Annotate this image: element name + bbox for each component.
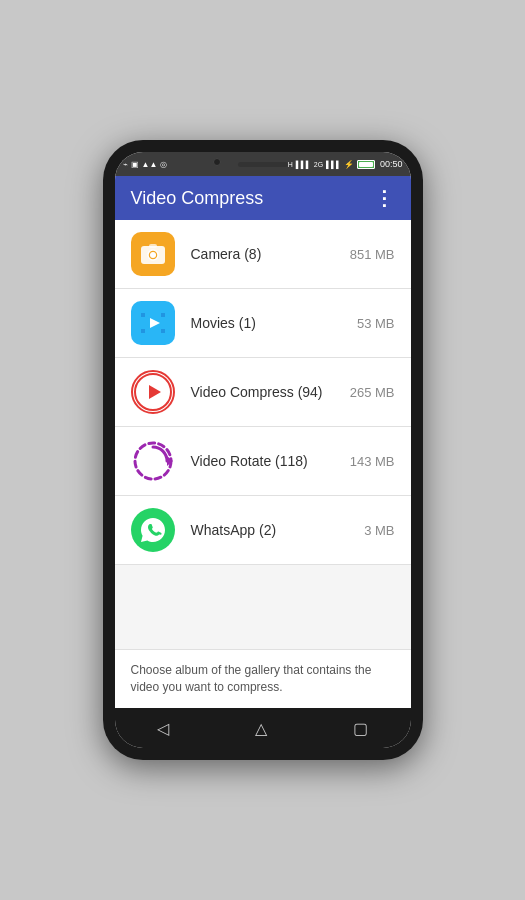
movies-icon [131, 301, 175, 345]
svg-rect-3 [149, 244, 157, 248]
wifi-icon: ▲▲ [142, 160, 158, 169]
whatsapp-svg [131, 508, 175, 552]
album-list: Camera (8) 851 MB Movies [115, 220, 411, 649]
whatsapp-icon [131, 508, 175, 552]
usb-icon: ⌁ [123, 160, 128, 169]
hint-text: Choose album of the gallery that contain… [131, 663, 372, 694]
network-h-icon: H [288, 161, 293, 168]
camera-size: 851 MB [350, 247, 395, 262]
videorotate-name: Video Rotate (118) [191, 453, 350, 469]
movies-name: Movies (1) [191, 315, 357, 331]
videorotate-size: 143 MB [350, 454, 395, 469]
status-right-icons: H ▌▌▌ 2G ▌▌▌ ⚡ 00:50 [288, 159, 403, 169]
svg-rect-6 [141, 313, 145, 317]
videocompress-size: 265 MB [350, 385, 395, 400]
app-title: Video Compress [131, 188, 264, 209]
movies-size: 53 MB [357, 316, 395, 331]
home-button[interactable]: △ [247, 711, 275, 746]
whatsapp-info: WhatsApp (2) [191, 522, 365, 538]
battery-indicator [357, 160, 375, 169]
camera-svg [139, 240, 167, 268]
videorotate-info: Video Rotate (118) [191, 453, 350, 469]
signal-bars2-icon: ▌▌▌ [326, 161, 341, 168]
album-item-whatsapp[interactable]: WhatsApp (2) 3 MB [115, 496, 411, 565]
phone-screen: ⌁ ▣ ▲▲ ◎ H ▌▌▌ 2G ▌▌▌ ⚡ 00:50 [115, 152, 411, 748]
album-item-videorotate[interactable]: Video Rotate (118) 143 MB [115, 427, 411, 496]
app-bar: Video Compress ⋮ [115, 176, 411, 220]
status-left-icons: ⌁ ▣ ▲▲ ◎ [123, 160, 168, 169]
svg-rect-9 [161, 329, 165, 333]
gps-icon: ◎ [160, 160, 167, 169]
camera-icon [131, 232, 175, 276]
svg-point-2 [150, 252, 156, 258]
nav-bar: ◁ △ ▢ [115, 708, 411, 748]
videorotate-icon [131, 439, 175, 483]
phone-speaker [238, 162, 288, 167]
album-item-movies[interactable]: Movies (1) 53 MB [115, 289, 411, 358]
videocompress-name: Video Compress (94) [191, 384, 350, 400]
time-display: 00:50 [380, 159, 403, 169]
more-options-button[interactable]: ⋮ [374, 186, 395, 210]
svg-rect-7 [161, 313, 165, 317]
svg-rect-8 [141, 329, 145, 333]
battery-fill [359, 162, 373, 167]
signal-bars-icon: ▌▌▌ [296, 161, 311, 168]
back-button[interactable]: ◁ [149, 711, 177, 746]
videorotate-svg [131, 439, 175, 483]
recent-button[interactable]: ▢ [345, 711, 376, 746]
album-item-videocompress[interactable]: Video Compress (94) 265 MB [115, 358, 411, 427]
videocompress-info: Video Compress (94) [191, 384, 350, 400]
whatsapp-size: 3 MB [364, 523, 394, 538]
movies-info: Movies (1) [191, 315, 357, 331]
phone-camera [213, 158, 221, 166]
camera-info: Camera (8) [191, 246, 350, 262]
charging-icon: ⚡ [344, 160, 354, 169]
album-item-camera[interactable]: Camera (8) 851 MB [115, 220, 411, 289]
videocompress-icon [131, 370, 175, 414]
network-2g-icon: 2G [314, 161, 323, 168]
movies-svg [139, 309, 167, 337]
whatsapp-name: WhatsApp (2) [191, 522, 365, 538]
videocompress-svg [133, 372, 173, 412]
camera-name: Camera (8) [191, 246, 350, 262]
image-icon: ▣ [131, 160, 139, 169]
bottom-hint: Choose album of the gallery that contain… [115, 649, 411, 708]
phone-device: ⌁ ▣ ▲▲ ◎ H ▌▌▌ 2G ▌▌▌ ⚡ 00:50 [103, 140, 423, 760]
